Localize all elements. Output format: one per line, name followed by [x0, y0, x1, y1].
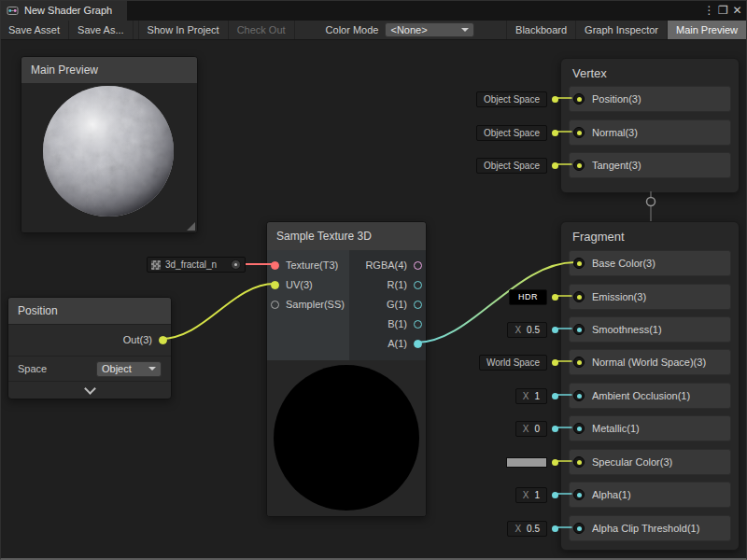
object-picker-icon[interactable]	[231, 259, 241, 270]
show-in-project-button[interactable]: Show In Project	[138, 21, 229, 39]
port-g-output[interactable]	[414, 301, 422, 309]
texture-asset-name: 3d_fractal_n	[165, 259, 217, 270]
more-icon[interactable]: ⋮	[702, 0, 716, 21]
sample-texture-node-header[interactable]: Sample Texture 3D	[267, 222, 426, 251]
port-ambient-occlusion[interactable]	[573, 390, 585, 401]
port-specular-color[interactable]	[573, 456, 585, 468]
shader-graph-icon	[7, 5, 19, 17]
field-value: 0	[534, 424, 540, 434]
block-metallic[interactable]: Metallic(1)	[569, 415, 731, 441]
port-vertex-normal[interactable]	[573, 127, 585, 138]
fragment-node[interactable]: Fragment Base Color(3) Emission(3) Smoot…	[560, 221, 740, 551]
port-base-color[interactable]	[573, 258, 585, 269]
port-rgba-output[interactable]	[414, 261, 422, 270]
binding-port-dot	[552, 130, 558, 136]
specular-color-field[interactable]	[506, 454, 558, 470]
port-alpha-clip-threshold[interactable]	[573, 523, 585, 534]
color-mode-dropdown[interactable]: <None>	[385, 22, 474, 37]
graph-inspector-toggle[interactable]: Graph Inspector	[576, 21, 668, 39]
save-asset-button[interactable]: Save Asset	[0, 21, 69, 39]
texture-object-field[interactable]: 3d_fractal_n	[147, 257, 246, 273]
port-position-out[interactable]	[159, 336, 167, 344]
resize-handle-icon[interactable]	[187, 222, 195, 231]
space-dropdown[interactable]: Object	[96, 361, 162, 377]
emission-hdr-field[interactable]: HDR	[509, 288, 558, 305]
maximize-icon[interactable]: ❐	[716, 0, 730, 21]
block-label: Specular Color(3)	[592, 456, 672, 468]
ambient-occlusion-float-field[interactable]: X1	[515, 387, 558, 404]
close-icon[interactable]: ✕	[730, 0, 744, 21]
port-sampler-input[interactable]	[271, 301, 279, 309]
tab-new-shader-graph[interactable]: New Shader Graph	[0, 0, 127, 21]
binding-port-dot	[552, 426, 558, 432]
normal-space-binding[interactable]: World Space	[479, 354, 558, 371]
color-mode-value: <None>	[390, 24, 427, 35]
main-preview-toggle[interactable]: Main Preview	[668, 21, 747, 39]
port-a-output[interactable]	[414, 340, 422, 348]
block-alpha-clip-threshold[interactable]: Alpha Clip Threshold(1)	[569, 515, 731, 541]
block-normal[interactable]: Normal(3)	[569, 119, 731, 146]
alpha-float-field[interactable]: X1	[515, 486, 558, 503]
port-texture-input[interactable]	[271, 261, 279, 270]
output-label: R(1)	[388, 279, 407, 290]
sample-texture-node-title: Sample Texture 3D	[276, 230, 372, 243]
edge-position-out-to-uv[interactable]	[161, 284, 275, 339]
space-label: Space	[18, 363, 47, 374]
tangent-space-binding[interactable]: Object Space	[476, 157, 558, 174]
save-as-button[interactable]: Save As...	[69, 21, 134, 39]
position-node-header[interactable]: Position	[8, 298, 171, 325]
sample-texture-io: Texture(T3) UV(3) Sampler(SS) RGBA(4) R(…	[267, 250, 426, 360]
port-alpha[interactable]	[573, 489, 585, 500]
binding-port-dot	[552, 359, 558, 366]
binding-label: Object Space	[484, 128, 540, 138]
position-space-binding[interactable]: Object Space	[476, 91, 558, 107]
texture-asset-pill[interactable]: 3d_fractal_n	[147, 257, 246, 273]
port-uv-input[interactable]	[271, 281, 279, 289]
binding-port-dot	[552, 459, 558, 466]
color-swatch[interactable]	[506, 457, 547, 468]
preview-sphere	[42, 85, 175, 221]
field-value: 0.5	[527, 524, 540, 534]
block-alpha[interactable]: Alpha(1)	[569, 482, 731, 508]
block-normal-world-space[interactable]: Normal (World Space)(3)	[569, 349, 731, 375]
vertex-node[interactable]: Vertex Position(3) Normal(3) Tangent(3) …	[560, 58, 740, 193]
port-vertex-position[interactable]	[573, 93, 585, 105]
block-tangent[interactable]: Tangent(3)	[569, 152, 731, 178]
block-emission[interactable]: Emission(3)	[569, 284, 731, 310]
port-r-output[interactable]	[414, 281, 422, 289]
main-preview-header[interactable]: Main Preview	[21, 57, 197, 84]
smoothness-float-field[interactable]: X0.5	[507, 321, 558, 338]
block-label: Emission(3)	[592, 291, 646, 302]
block-position[interactable]: Position(3)	[569, 86, 731, 112]
blackboard-toggle[interactable]: Blackboard	[506, 21, 576, 39]
output-g-row: G(1)	[387, 296, 422, 313]
block-smoothness[interactable]: Smoothness(1)	[569, 316, 731, 343]
position-node[interactable]: Position Out(3) Space Object	[7, 297, 172, 399]
block-specular-color[interactable]: Specular Color(3)	[569, 449, 731, 475]
stack-link-node[interactable]	[647, 198, 655, 206]
input-label: Texture(T3)	[286, 259, 338, 271]
metallic-float-field[interactable]: X0	[515, 420, 558, 437]
alpha-clip-float-field[interactable]: X0.5	[507, 520, 558, 537]
output-label: G(1)	[387, 299, 407, 310]
port-metallic[interactable]	[573, 423, 585, 434]
main-preview-panel: Main Preview	[21, 56, 198, 233]
port-vertex-tangent[interactable]	[573, 160, 585, 171]
block-ambient-occlusion[interactable]: Ambient Occlusion(1)	[569, 383, 731, 409]
window-controls: ⋮ ❐ ✕	[702, 0, 747, 21]
port-smoothness[interactable]	[573, 324, 585, 335]
output-rgba-row: RGBA(4)	[365, 257, 422, 273]
port-b-output[interactable]	[414, 320, 422, 329]
normal-space-binding[interactable]: Object Space	[476, 124, 558, 141]
output-b-row: B(1)	[388, 315, 422, 332]
port-normal-world-space[interactable]	[573, 357, 585, 368]
sample-texture-3d-node[interactable]: Sample Texture 3D Texture(T3) UV(3) Samp…	[266, 221, 427, 517]
input-texture-row: Texture(T3)	[271, 257, 338, 273]
block-base-color[interactable]: Base Color(3)	[569, 250, 731, 276]
port-emission[interactable]	[573, 291, 585, 302]
block-label: Normal(3)	[592, 127, 638, 138]
axis-label: X	[514, 524, 521, 534]
axis-label: X	[523, 424, 529, 434]
chevron-down-icon[interactable]	[84, 383, 96, 395]
input-label: UV(3)	[286, 279, 313, 290]
